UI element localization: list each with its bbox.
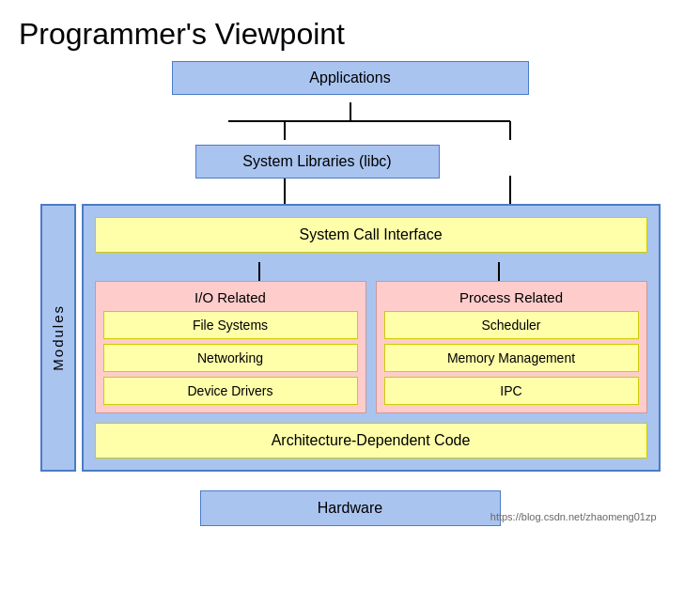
two-col: I/O Related File Systems Networking Devi… xyxy=(95,281,647,413)
kernel-outer: System Call Interface I/O Related File S… xyxy=(82,204,661,472)
syslibs-label: System Libraries (libc) xyxy=(242,153,391,169)
page-title: Programmer's Viewpoint xyxy=(0,0,700,61)
proc-item-1: Memory Management xyxy=(384,344,639,372)
kernel-content: System Call Interface I/O Related File S… xyxy=(82,204,661,472)
proc-section-title: Process Related xyxy=(384,289,639,305)
proc-item-0: Scheduler xyxy=(384,311,639,339)
watermark: https://blog.csdn.net/zhaomeng01zp xyxy=(490,511,657,522)
syscall-box: System Call Interface xyxy=(95,217,647,253)
io-box: I/O Related File Systems Networking Devi… xyxy=(95,281,366,413)
io-section-title: I/O Related xyxy=(103,289,358,305)
hardware-box: Hardware xyxy=(200,490,501,526)
arch-box: Architecture-Dependent Code xyxy=(95,423,647,458)
kernel-connectors xyxy=(95,262,647,281)
syscall-label: System Call Interface xyxy=(299,226,442,242)
hardware-label: Hardware xyxy=(318,500,382,516)
io-item-0: File Systems xyxy=(103,311,358,339)
syslibs-box: System Libraries (libc) xyxy=(195,145,440,179)
io-item-2: Device Drivers xyxy=(103,377,358,405)
modules-col: Modules xyxy=(40,204,76,472)
proc-item-2: IPC xyxy=(384,377,639,405)
modules-label: Modules xyxy=(50,304,66,371)
kernel-region: Modules System Call Interface I/O Relate… xyxy=(40,204,661,472)
proc-box: Process Related Scheduler Memory Managem… xyxy=(376,281,647,413)
mid-connectors xyxy=(40,176,661,204)
io-item-1: Networking xyxy=(103,344,358,372)
diagram-container: Applications System Libraries (libc) xyxy=(40,61,661,526)
arch-label: Architecture-Dependent Code xyxy=(272,432,471,448)
applications-box: Applications xyxy=(172,61,529,95)
applications-label: Applications xyxy=(309,70,390,85)
top-connectors xyxy=(40,102,661,140)
